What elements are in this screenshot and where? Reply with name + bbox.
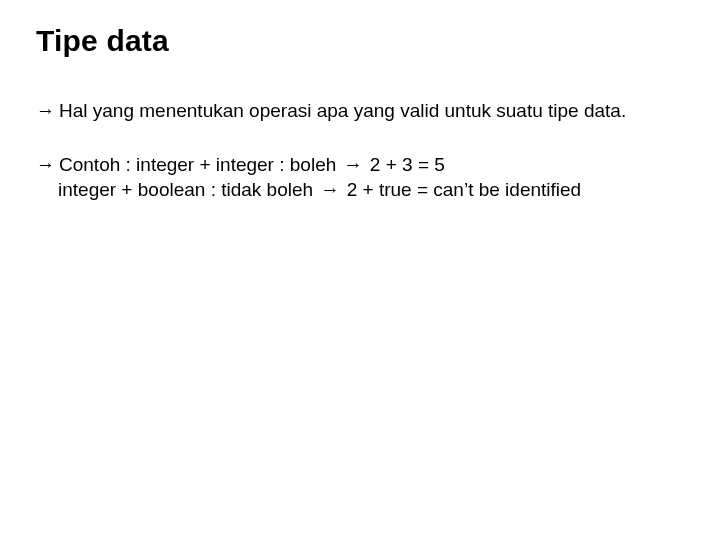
bullet-1-row: → Hal yang menentukan operasi apa yang v… <box>36 98 684 124</box>
slide-title: Tipe data <box>36 24 684 58</box>
arrow-right-icon: → <box>36 152 55 178</box>
slide: Tipe data → Hal yang menentukan operasi … <box>0 0 720 540</box>
bullet-1-text: Hal yang menentukan operasi apa yang val… <box>59 98 684 124</box>
bullet-2-line-2-post: 2 + true = can’t be identified <box>341 179 581 200</box>
bullet-2-line-1-post: 2 + 3 = 5 <box>365 154 445 175</box>
bullet-2-row-1: → Contoh : integer + integer : boleh → 2… <box>36 152 684 178</box>
bullet-1: → Hal yang menentukan operasi apa yang v… <box>36 98 684 124</box>
arrow-right-icon: → <box>342 154 365 175</box>
bullet-2: → Contoh : integer + integer : boleh → 2… <box>36 152 684 203</box>
bullet-2-line-1-pre: Contoh : integer + integer : boleh <box>59 154 342 175</box>
arrow-right-icon: → <box>36 98 55 124</box>
bullet-2-line-2: integer + boolean : tidak boleh → 2 + tr… <box>58 177 684 203</box>
bullet-2-line-2-pre: integer + boolean : tidak boleh <box>58 179 318 200</box>
arrow-right-icon: → <box>318 179 341 200</box>
bullet-2-line-1: Contoh : integer + integer : boleh → 2 +… <box>59 152 684 178</box>
